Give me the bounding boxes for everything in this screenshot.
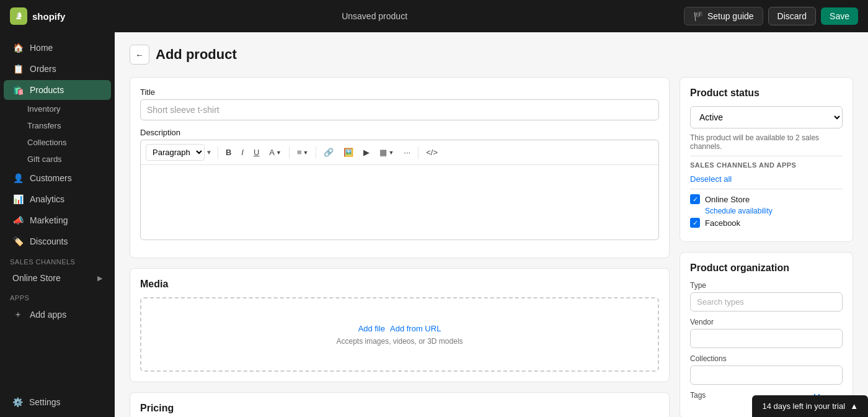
facebook-checkbox[interactable]: ✓ [690, 218, 700, 228]
product-info-card: Title Description Paragraph ▼ [130, 77, 670, 258]
description-group: Description Paragraph ▼ B I U [140, 128, 659, 240]
products-icon: 🛍️ [12, 84, 24, 96]
shopify-logo-icon [10, 7, 27, 25]
toolbar-divider-4 [418, 146, 418, 159]
editor-body[interactable] [141, 165, 658, 240]
add-file-link[interactable]: Add file [358, 324, 385, 333]
title-group: Title [140, 87, 659, 120]
discard-button[interactable]: Discard [768, 7, 816, 25]
topbar-left: shopify [10, 7, 65, 25]
collections-field: Collections [690, 354, 843, 385]
settings-icon: ⚙️ [12, 397, 23, 407]
page-header: ← Add product [130, 45, 853, 65]
sidebar-item-collections[interactable]: Collections [4, 135, 111, 150]
sidebar-item-orders[interactable]: 📋 Orders [4, 59, 111, 79]
topbar: shopify Unsaved product 🏴 Setup guide Di… [0, 0, 868, 32]
add-url-link[interactable]: Add from URL [390, 324, 441, 333]
underline-button[interactable]: U [249, 145, 264, 159]
orders-icon: 📋 [12, 63, 24, 74]
deselect-all-link[interactable]: Deselect all [690, 174, 732, 184]
table-button[interactable]: ▦▼ [375, 145, 398, 159]
sidebar-item-gift-cards[interactable]: Gift cards [4, 151, 111, 167]
vendor-label: Vendor [690, 318, 843, 326]
sidebar-item-products[interactable]: 🛍️ Products [4, 80, 111, 100]
align-button[interactable]: ≡▼ [293, 145, 313, 159]
type-input[interactable] [690, 292, 843, 312]
sidebar-item-inventory[interactable]: Inventory [4, 101, 111, 117]
collections-label: Collections [690, 354, 843, 363]
media-dropzone[interactable]: Add file Add from URL Accepts images, vi… [140, 297, 659, 372]
sidebar-item-analytics[interactable]: 📊 Analytics [4, 189, 111, 209]
collections-input[interactable] [690, 365, 843, 385]
italic-button[interactable]: I [237, 145, 248, 159]
media-title: Media [140, 279, 659, 290]
vendor-input[interactable] [690, 329, 843, 348]
trial-text: 14 days left in your trial [762, 401, 845, 411]
toolbar-divider [218, 146, 218, 159]
product-org-card: Product organization Type Vendor Collect… [680, 252, 853, 417]
online-store-checkbox[interactable]: ✓ [690, 194, 700, 204]
bold-button[interactable]: B [221, 145, 236, 159]
facebook-label: Facebook [705, 218, 740, 228]
product-org-title: Product organization [690, 262, 843, 274]
image-button[interactable]: 🖼️ [339, 145, 358, 159]
back-button[interactable]: ← [130, 45, 149, 65]
content-area: Title Description Paragraph ▼ [130, 77, 853, 417]
discounts-icon: 🏷️ [12, 236, 24, 247]
channel-item-facebook: ✓ Facebook [690, 218, 843, 228]
home-icon: 🏠 [12, 42, 24, 53]
check-icon-fb: ✓ [693, 219, 698, 227]
customers-icon: 👤 [12, 173, 24, 184]
topbar-actions: 🏴 Setup guide Discard Save [684, 7, 858, 25]
channel-divider-top [690, 156, 843, 156]
trial-arrow[interactable]: ▲ [850, 401, 858, 411]
media-card: Media Add file Add from URL Accepts imag… [130, 268, 670, 382]
title-label: Title [140, 87, 659, 97]
channel-divider-mid [690, 189, 843, 189]
main-column: Title Description Paragraph ▼ [130, 77, 670, 417]
type-label: Type [690, 281, 843, 290]
shopify-logo-text: shopify [32, 11, 65, 22]
sidebar-item-label: Online Store [12, 273, 61, 283]
channel-item-online-store: ✓ Online Store [690, 194, 843, 204]
vendor-field: Vendor [690, 318, 843, 348]
sidebar-item-home[interactable]: 🏠 Home [4, 38, 111, 58]
sidebar-item-marketing[interactable]: 📣 Marketing [4, 210, 111, 230]
analytics-icon: 📊 [12, 194, 24, 205]
title-input[interactable] [140, 99, 659, 120]
side-column: Product status Active Draft This product… [680, 77, 853, 417]
tags-label: Tags [690, 391, 706, 400]
editor-toolbar: Paragraph ▼ B I U A▼ ≡▼ [141, 140, 658, 165]
online-store-label: Online Store [705, 195, 750, 204]
save-button[interactable]: Save [821, 7, 858, 25]
toolbar-divider-3 [316, 146, 316, 159]
pricing-title: Pricing [140, 403, 659, 414]
trial-bar: 14 days left in your trial ▲ [752, 395, 868, 417]
status-select[interactable]: Active Draft [690, 106, 843, 128]
product-status-card: Product status Active Draft This product… [680, 77, 853, 242]
add-icon: ＋ [12, 309, 24, 320]
media-accepts-text: Accepts images, videos, or 3D models [336, 337, 463, 346]
toolbar-divider-2 [289, 146, 290, 159]
apps-section-label: Apps [0, 288, 115, 304]
setup-guide-button[interactable]: 🏴 Setup guide [684, 7, 763, 25]
media-links: Add file Add from URL [358, 324, 441, 333]
page-title: Add product [156, 47, 237, 63]
sidebar-sales-channels-expand[interactable]: Online Store ▶ [4, 269, 111, 287]
sidebar-item-add-apps[interactable]: ＋ Add apps [4, 305, 111, 325]
sidebar: 🏠 Home 📋 Orders 🛍️ Products Inventory Tr… [0, 32, 115, 417]
sidebar-item-transfers[interactable]: Transfers [4, 118, 111, 133]
sidebar-item-settings[interactable]: ⚙️ Settings [4, 393, 111, 411]
link-button[interactable]: 🔗 [319, 145, 338, 159]
video-button[interactable]: ▶ [359, 145, 374, 159]
code-button[interactable]: </> [422, 145, 442, 159]
text-color-button[interactable]: A▼ [265, 145, 286, 159]
chevron-right-icon: ▶ [97, 274, 102, 282]
paragraph-select[interactable]: Paragraph [146, 144, 205, 161]
schedule-availability-link[interactable]: Schedule availability [705, 207, 843, 215]
check-icon: ✓ [693, 195, 698, 204]
marketing-icon: 📣 [12, 215, 24, 226]
sidebar-item-discounts[interactable]: 🏷️ Discounts [4, 231, 111, 251]
more-button[interactable]: ··· [399, 145, 415, 159]
sidebar-item-customers[interactable]: 👤 Customers [4, 168, 111, 188]
